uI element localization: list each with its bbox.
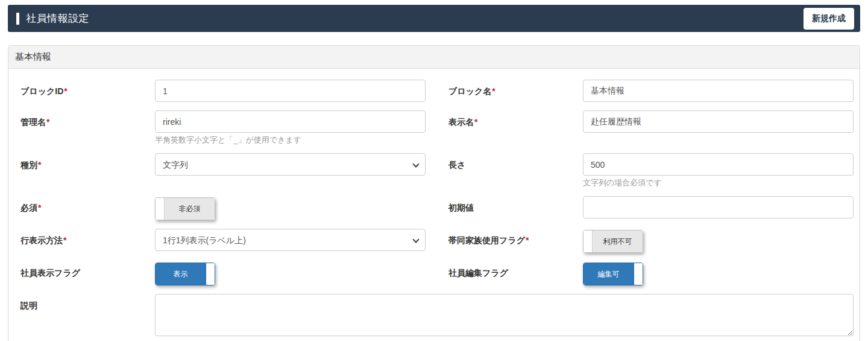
label-text: 説明 [20,301,37,310]
employee-display-flag-toggle[interactable]: 表示 [155,263,215,285]
length-control: 文字列の場合必須です [583,153,854,188]
description-control [155,294,854,336]
admin-name-label: 管理名* [14,110,155,127]
create-new-button[interactable]: 新規作成 [804,8,854,30]
toggle-state-label: 非必須 [165,198,215,220]
block-id-input[interactable] [155,80,426,102]
initial-value-label: 初期値 [442,196,583,213]
description-label: 説明 [14,294,155,311]
type-control: 文字列 [155,153,426,176]
label-text: ブロック名 [448,86,491,96]
block-name-label: ブロック名* [442,80,583,97]
field-block-name: ブロック名* [442,80,854,102]
description-textarea[interactable] [155,294,854,336]
field-required-flag: 必須* 非必須 [14,196,426,220]
length-helper-text: 文字列の場合必須です [583,178,854,188]
field-initial-value: 初期値 [442,196,854,220]
field-employee-edit-flag: 社員編集フラグ 編集可 [442,261,854,285]
toggle-handle [583,231,593,252]
field-admin-name: 管理名* 半角英数字小文字と「_」が使用できます [14,110,426,145]
admin-name-helper-text: 半角英数字小文字と「_」が使用できます [155,135,426,145]
toggle-state-label: 編集可 [583,263,634,285]
required-flag-label: 必須* [14,196,155,213]
title-accent-bar [16,13,19,25]
family-flag-toggle[interactable]: 利用不可 [583,230,643,253]
block-id-label: ブロックID* [14,80,155,97]
required-marker: * [474,117,477,127]
block-name-input[interactable] [583,80,854,102]
required-marker: * [38,203,41,212]
field-description: 説明 [14,294,854,336]
label-text: 社員編集フラグ [448,268,508,278]
form-grid: ブロックID* ブロック名* 管理名* 半角英数字小文字と「_」が使用できます [14,80,854,341]
display-name-label: 表示名* [442,110,583,127]
initial-value-input[interactable] [583,196,854,218]
employee-display-flag-label: 社員表示フラグ [14,261,155,278]
field-type: 種別* 文字列 [14,153,426,188]
length-label: 長さ [442,153,583,170]
label-text: 初期値 [448,203,474,212]
required-marker: * [492,86,495,96]
toggle-state-label: 表示 [156,263,206,285]
row-display-select[interactable]: 1行1列表示(ラベル上) [155,229,426,251]
display-name-control [583,110,854,133]
toggle-state-label: 利用不可 [593,231,643,252]
row-display-control: 1行1列表示(ラベル上) [155,229,426,251]
display-name-input[interactable] [583,110,854,133]
label-text: 表示名 [448,117,474,127]
label-text: 帯同家族使用フラグ [448,235,525,245]
label-text: ブロックID [20,86,63,96]
field-row-display: 行表示方法* 1行1列表示(ラベル上) [14,229,426,253]
family-flag-label: 帯同家族使用フラグ* [442,229,583,246]
length-input[interactable] [583,153,854,176]
initial-value-control [583,196,854,218]
required-flag-control: 非必須 [155,196,426,220]
type-select-wrap: 文字列 [155,153,426,176]
label-text: 社員表示フラグ [20,268,80,278]
required-marker: * [64,86,67,96]
label-text: 必須 [20,203,37,212]
family-flag-control: 利用不可 [583,229,854,253]
block-name-control [583,80,854,102]
employee-edit-flag-control: 編集可 [583,261,854,285]
employee-edit-flag-label: 社員編集フラグ [442,261,583,278]
required-marker: * [38,160,41,170]
label-text: 種別 [20,160,37,170]
row-display-select-wrap: 1行1列表示(ラベル上) [155,229,426,251]
row-display-label: 行表示方法* [14,229,155,246]
panel-title: 基本情報 [8,46,860,69]
required-marker: * [63,235,66,245]
field-family-flag: 帯同家族使用フラグ* 利用不可 [442,229,854,253]
toggle-handle [156,198,165,220]
label-text: 長さ [448,160,465,170]
field-length: 長さ 文字列の場合必須です [442,153,854,188]
toggle-handle [206,263,215,285]
employee-display-flag-control: 表示 [155,261,426,285]
panel-body: ブロックID* ブロック名* 管理名* 半角英数字小文字と「_」が使用できます [8,69,860,341]
toggle-handle [634,263,643,285]
type-select[interactable]: 文字列 [155,153,426,176]
admin-name-input[interactable] [155,110,426,133]
label-text: 行表示方法 [20,235,63,245]
employee-edit-flag-toggle[interactable]: 編集可 [583,263,643,285]
admin-name-control: 半角英数字小文字と「_」が使用できます [155,110,426,145]
field-display-name: 表示名* [442,110,854,145]
label-text: 管理名 [20,117,46,127]
block-id-control [155,80,426,102]
required-flag-toggle[interactable]: 非必須 [155,197,215,220]
page-header: 社員情報設定 新規作成 [8,5,860,32]
required-marker: * [526,235,529,245]
field-block-id: ブロックID* [14,80,426,102]
required-marker: * [46,117,49,127]
type-label: 種別* [14,153,155,170]
basic-info-panel: 基本情報 ブロックID* ブロック名* 管理名* 半角英数 [8,45,860,341]
field-employee-display-flag: 社員表示フラグ 表示 [14,261,426,285]
page-title: 社員情報設定 [26,11,89,25]
